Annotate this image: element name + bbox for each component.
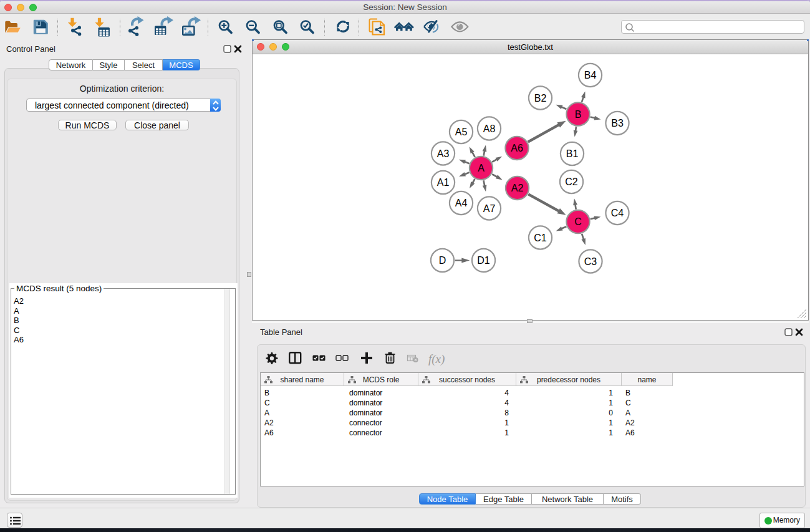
- svg-text:C4: C4: [611, 208, 624, 218]
- svg-text:C3: C3: [584, 256, 597, 267]
- svg-text:B3: B3: [611, 118, 624, 128]
- svg-text:B: B: [575, 109, 582, 120]
- svg-text:C2: C2: [565, 177, 578, 187]
- svg-text:A5: A5: [455, 127, 468, 137]
- svg-text:B2: B2: [534, 93, 547, 104]
- svg-text:C1: C1: [534, 233, 547, 243]
- svg-text:A4: A4: [455, 198, 468, 208]
- svg-text:B1: B1: [566, 148, 579, 159]
- svg-text:A3: A3: [437, 148, 450, 159]
- svg-text:B4: B4: [584, 70, 597, 80]
- svg-text:A: A: [478, 163, 485, 173]
- svg-text:A8: A8: [483, 123, 496, 134]
- svg-text:C: C: [574, 216, 582, 227]
- svg-text:A1: A1: [437, 177, 450, 188]
- svg-text:D: D: [439, 255, 446, 266]
- svg-text:A2: A2: [511, 183, 524, 193]
- svg-text:A6: A6: [511, 143, 523, 153]
- svg-text:D1: D1: [477, 255, 490, 266]
- svg-text:f(x): f(x): [428, 352, 445, 366]
- svg-text:A7: A7: [483, 203, 496, 214]
